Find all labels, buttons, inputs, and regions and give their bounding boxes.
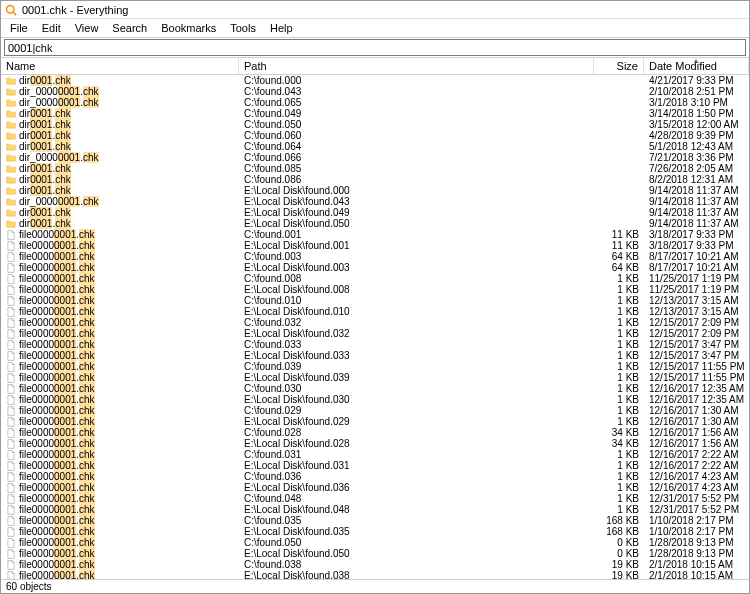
- file-date: 12/16/2017 4:23 AM: [644, 482, 749, 493]
- file-list[interactable]: dir0001.chkC:\found.0004/21/2017 9:33 PM…: [1, 75, 749, 579]
- file-name: file00000001.chk: [19, 526, 95, 537]
- list-item[interactable]: file00000001.chkC:\found.0361 KB12/16/20…: [1, 471, 749, 482]
- list-item[interactable]: file00000001.chkC:\found.0301 KB12/16/20…: [1, 383, 749, 394]
- file-path: C:\found.031: [239, 449, 594, 460]
- menu-search[interactable]: Search: [105, 20, 154, 36]
- file-name: file00000001.chk: [19, 284, 95, 295]
- folder-icon: [6, 131, 16, 141]
- list-item[interactable]: file00000001.chkC:\found.0331 KB12/15/20…: [1, 339, 749, 350]
- list-item[interactable]: file00000001.chkC:\found.0321 KB12/15/20…: [1, 317, 749, 328]
- file-name: file00000001.chk: [19, 559, 95, 570]
- list-item[interactable]: file00000001.chkC:\found.00364 KB8/17/20…: [1, 251, 749, 262]
- list-item[interactable]: dir0001.chkC:\found.0857/26/2018 2:05 AM: [1, 163, 749, 174]
- column-header-name[interactable]: Name: [1, 58, 239, 74]
- menu-help[interactable]: Help: [263, 20, 300, 36]
- folder-icon: [6, 186, 16, 196]
- folder-icon: [6, 164, 16, 174]
- list-item[interactable]: file00000001.chkE:\Local Disk\found.0361…: [1, 482, 749, 493]
- search-input[interactable]: [4, 39, 746, 56]
- list-item[interactable]: dir0001.chkC:\found.0868/2/2018 12:31 AM: [1, 174, 749, 185]
- file-date: 2/1/2018 10:15 AM: [644, 559, 749, 570]
- list-item[interactable]: file00000001.chkE:\Local Disk\found.0036…: [1, 262, 749, 273]
- list-item[interactable]: file00000001.chkC:\found.035168 KB1/10/2…: [1, 515, 749, 526]
- list-item[interactable]: file00000001.chkC:\found.0311 KB12/16/20…: [1, 449, 749, 460]
- list-item[interactable]: file00000001.chkE:\Local Disk\found.0331…: [1, 350, 749, 361]
- list-item[interactable]: file00000001.chkE:\Local Disk\found.0321…: [1, 328, 749, 339]
- column-header-size[interactable]: Size: [594, 58, 644, 74]
- file-name: file00000001.chk: [19, 449, 95, 460]
- menu-view[interactable]: View: [68, 20, 106, 36]
- list-item[interactable]: dir0001.chkC:\found.0645/1/2018 12:43 AM: [1, 141, 749, 152]
- list-item[interactable]: dir_00000001.chkE:\Local Disk\found.0439…: [1, 196, 749, 207]
- list-item[interactable]: file00000001.chkC:\found.00111 KB3/18/20…: [1, 229, 749, 240]
- folder-icon: [6, 76, 16, 86]
- list-item[interactable]: file00000001.chkC:\found.0291 KB12/16/20…: [1, 405, 749, 416]
- list-item[interactable]: dir0001.chkE:\Local Disk\found.0509/14/2…: [1, 218, 749, 229]
- list-item[interactable]: dir_00000001.chkC:\found.0667/21/2018 3:…: [1, 152, 749, 163]
- file-name: file00000001.chk: [19, 504, 95, 515]
- file-date: 1/10/2018 2:17 PM: [644, 526, 749, 537]
- list-item[interactable]: dir0001.chkE:\Local Disk\found.0499/14/2…: [1, 207, 749, 218]
- list-item[interactable]: file00000001.chkC:\found.0500 KB1/28/201…: [1, 537, 749, 548]
- file-name: file00000001.chk: [19, 306, 95, 317]
- column-header-date[interactable]: ▲Date Modified: [644, 58, 749, 74]
- list-item[interactable]: file00000001.chkE:\Local Disk\found.0351…: [1, 526, 749, 537]
- menu-bookmarks[interactable]: Bookmarks: [154, 20, 223, 36]
- list-item[interactable]: file00000001.chkE:\Local Disk\found.0301…: [1, 394, 749, 405]
- file-size: 1 KB: [594, 273, 644, 284]
- file-date: 11/25/2017 1:19 PM: [644, 273, 749, 284]
- list-item[interactable]: file00000001.chkC:\found.0101 KB12/13/20…: [1, 295, 749, 306]
- list-item[interactable]: file00000001.chkE:\Local Disk\found.0101…: [1, 306, 749, 317]
- list-item[interactable]: dir_00000001.chkC:\found.0432/10/2018 2:…: [1, 86, 749, 97]
- file-path: E:\Local Disk\found.028: [239, 438, 594, 449]
- file-name: file00000001.chk: [19, 537, 95, 548]
- window-title: 0001.chk - Everything: [22, 4, 128, 16]
- list-item[interactable]: file00000001.chkC:\found.0481 KB12/31/20…: [1, 493, 749, 504]
- list-item[interactable]: file00000001.chkE:\Local Disk\found.0481…: [1, 504, 749, 515]
- file-name: file00000001.chk: [19, 394, 95, 405]
- list-item[interactable]: dir0001.chkC:\found.0503/15/2018 12:00 A…: [1, 119, 749, 130]
- file-icon: [6, 274, 16, 284]
- list-item[interactable]: file00000001.chkC:\found.03819 KB2/1/201…: [1, 559, 749, 570]
- file-path: C:\found.028: [239, 427, 594, 438]
- menu-tools[interactable]: Tools: [223, 20, 263, 36]
- file-name: file00000001.chk: [19, 548, 95, 559]
- file-path: C:\found.043: [239, 86, 594, 97]
- file-size: 1 KB: [594, 295, 644, 306]
- list-item[interactable]: dir0001.chkC:\found.0493/14/2018 1:50 PM: [1, 108, 749, 119]
- list-item[interactable]: file00000001.chkC:\found.02834 KB12/16/2…: [1, 427, 749, 438]
- list-item[interactable]: file00000001.chkE:\Local Disk\found.0381…: [1, 570, 749, 579]
- file-icon: [6, 516, 16, 526]
- file-path: C:\found.029: [239, 405, 594, 416]
- list-item[interactable]: file00000001.chkE:\Local Disk\found.0500…: [1, 548, 749, 559]
- menu-edit[interactable]: Edit: [35, 20, 68, 36]
- list-item[interactable]: file00000001.chkE:\Local Disk\found.0291…: [1, 416, 749, 427]
- menu-file[interactable]: File: [3, 20, 35, 36]
- file-path: E:\Local Disk\found.029: [239, 416, 594, 427]
- list-item[interactable]: file00000001.chkE:\Local Disk\found.0391…: [1, 372, 749, 383]
- file-date: 12/31/2017 5:52 PM: [644, 493, 749, 504]
- file-path: C:\found.085: [239, 163, 594, 174]
- list-item[interactable]: file00000001.chkE:\Local Disk\found.0311…: [1, 460, 749, 471]
- list-item[interactable]: dir0001.chkE:\Local Disk\found.0009/14/2…: [1, 185, 749, 196]
- file-path: E:\Local Disk\found.043: [239, 196, 594, 207]
- list-item[interactable]: file00000001.chkC:\found.0081 KB11/25/20…: [1, 273, 749, 284]
- file-name: dir0001.chk: [19, 119, 71, 130]
- list-item[interactable]: dir_00000001.chkC:\found.0653/1/2018 3:1…: [1, 97, 749, 108]
- file-path: E:\Local Disk\found.033: [239, 350, 594, 361]
- file-name: file00000001.chk: [19, 361, 95, 372]
- list-item[interactable]: file00000001.chkC:\found.0391 KB12/15/20…: [1, 361, 749, 372]
- svg-point-0: [7, 5, 15, 13]
- file-path: E:\Local Disk\found.050: [239, 548, 594, 559]
- file-path: C:\found.065: [239, 97, 594, 108]
- file-name: dir_00000001.chk: [19, 152, 99, 163]
- status-bar: 60 objects: [1, 579, 749, 593]
- list-item[interactable]: file00000001.chkE:\Local Disk\found.0081…: [1, 284, 749, 295]
- list-item[interactable]: dir0001.chkC:\found.0004/21/2017 9:33 PM: [1, 75, 749, 86]
- list-item[interactable]: file00000001.chkE:\Local Disk\found.0011…: [1, 240, 749, 251]
- file-path: C:\found.003: [239, 251, 594, 262]
- list-item[interactable]: dir0001.chkC:\found.0604/28/2018 9:39 PM: [1, 130, 749, 141]
- list-item[interactable]: file00000001.chkE:\Local Disk\found.0283…: [1, 438, 749, 449]
- column-header-path[interactable]: Path: [239, 58, 594, 74]
- file-date: 8/2/2018 12:31 AM: [644, 174, 749, 185]
